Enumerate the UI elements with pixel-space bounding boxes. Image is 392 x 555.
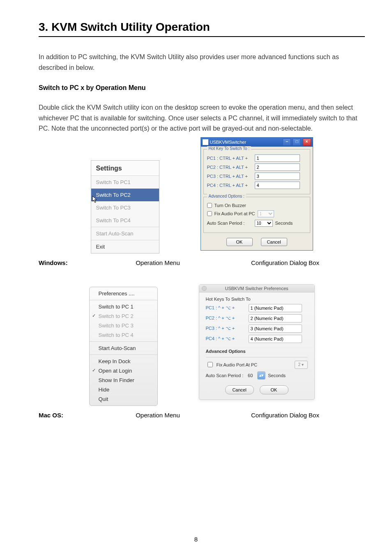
scan-period-select[interactable]: 10 [255,220,273,227]
cursor-arrow-icon [92,196,98,203]
mac-scan-value: 60 [246,373,255,378]
caption-win-cfg: Configuration Dialog Box [228,259,343,266]
fix-audio-label: Fix Audio Port at PC [214,211,255,216]
mac-hotkey-title: Hot Keys To Switch To [206,297,308,302]
mac-hk-pc1-label: PC1 : ^ + ⌥ + [206,305,245,311]
mac-ok-button[interactable]: OK [260,385,288,394]
app-icon [203,139,208,145]
mac-close-button[interactable] [202,286,207,291]
caption-win-opmenu: Operation Menu [117,259,199,266]
hk-pc1-label: PC1 : CTRL + ALT + [207,156,252,161]
maximize-button[interactable]: □ [293,138,301,146]
win-menu-item-pc4[interactable]: Switch To PC4 [91,214,159,227]
win-menu-item-pc3[interactable]: Switch To PC3 [91,201,159,214]
fix-audio-checkbox[interactable] [207,211,212,216]
win-menu-item-pc2-label: Switch To PC2 [96,192,131,198]
buzzer-checkbox[interactable] [207,203,212,208]
ok-button[interactable]: OK [226,238,253,246]
win-menu-exit[interactable]: Exit [91,240,159,253]
fix-audio-select[interactable]: 1 [258,210,274,217]
intro-paragraph: In addition to PC switching, the KVM Swi… [39,52,365,73]
mac-menu-pc2[interactable]: Switch to PC 2 [90,311,157,321]
scan-period-label: Auto Scan Period : [207,221,252,226]
cancel-button[interactable]: Cancel [261,238,287,246]
mac-fix-audio-stepper[interactable]: 2 ▾ [295,361,308,369]
mac-hk-pc3-input[interactable] [249,325,302,333]
buzzer-label: Turn On Buzzer [214,203,246,208]
hotkey-group-label: Hot Key To Switch To : [207,146,251,151]
close-button[interactable]: × [303,138,311,146]
mac-hk-pc4-input[interactable] [249,335,302,343]
windows-config-dialog: USBKVMSwitcher – □ × Hot Key To Switch T… [201,137,313,251]
mac-hk-pc1-input[interactable] [249,304,302,312]
scan-unit-label: Seconds [275,221,293,226]
mac-menu-pc4[interactable]: Switch to PC 4 [90,330,157,340]
mac-operation-menu: Preferences .... Switch to PC 1 Switch t… [89,287,158,406]
mac-config-dialog: USBKVM Switcher Preferences Hot Keys To … [199,284,315,400]
win-menu-start-scan[interactable]: Start Auto-Scan [91,227,159,240]
win-menu-item-pc1[interactable]: Switch To PC1 [91,176,159,189]
mac-menu-pc1[interactable]: Switch to PC 1 [90,302,157,311]
mac-fix-audio-checkbox[interactable] [208,362,213,367]
win-titlebar: USBKVMSwitcher – □ × [201,138,313,147]
mac-menu-pc3[interactable]: Switch to PC 3 [90,321,157,330]
mac-cancel-button[interactable]: Cancel [225,385,254,394]
mac-hk-pc4-label: PC4 : ^ + ⌥ + [206,336,245,341]
mac-hk-pc3-label: PC3 : ^ + ⌥ + [206,326,245,331]
caption-mac-cfg: Configuration Dialog Box [228,412,343,419]
mac-menu-show-finder[interactable]: Show In Finder [90,375,157,385]
description-paragraph: Double click the KVM Switch utility icon… [39,102,365,134]
hk-pc4-input[interactable] [255,182,300,189]
sub-heading: Switch to PC x by Operation Menu [39,84,365,92]
mac-menu-keep-dock[interactable]: Keep In Dock [90,357,157,366]
mac-menu-start-scan[interactable]: Start Auto-Scan [90,343,157,353]
win-dialog-title: USBKVMSwitcher [210,140,247,145]
advanced-group-label: Advanced Options : [207,194,246,198]
win-menu-title: Settings [91,161,159,176]
windows-label: Windows: [39,259,88,266]
section-heading: 3. KVM Switch Utility Operation [39,21,365,34]
mac-dialog-titlebar: USBKVM Switcher Preferences [199,285,314,292]
minimize-button[interactable]: – [283,138,291,146]
mac-dialog-title: USBKVM Switcher Preferences [225,286,288,291]
hk-pc3-input[interactable] [255,173,300,180]
mac-hk-pc2-label: PC2 : ^ + ⌥ + [206,315,245,321]
mac-scan-unit: Seconds [268,373,286,378]
hk-pc3-label: PC3 : CTRL + ALT + [207,174,252,179]
hk-pc2-label: PC2 : CTRL + ALT + [207,165,252,170]
caption-mac-opmenu: Operation Menu [117,412,199,419]
mac-scan-label: Auto Scan Period : [206,373,244,378]
page-number: 8 [0,536,392,543]
mac-menu-hide[interactable]: Hide [90,385,157,394]
win-menu-item-pc2[interactable]: Switch To PC2 [91,189,159,201]
mac-advanced-title: Advanced Options [206,349,308,354]
mac-scan-stepper[interactable]: ▴▾ [257,371,265,380]
mac-menu-quit[interactable]: Quit [90,394,157,404]
mac-hk-pc2-input[interactable] [249,314,302,322]
hk-pc2-input[interactable] [255,164,300,171]
hk-pc1-input[interactable] [255,154,300,162]
windows-operation-menu: Settings Switch To PC1 Switch To PC2 Swi… [91,160,159,253]
mac-menu-open-login[interactable]: Open at Login [90,366,157,375]
hk-pc4-label: PC4 : CTRL + ALT + [207,183,252,188]
heading-rule [39,36,365,37]
macos-label: Mac OS: [39,412,88,419]
mac-fix-audio-label: Fix Audio Port At PC [217,362,258,367]
mac-menu-preferences[interactable]: Preferences .... [90,289,157,298]
